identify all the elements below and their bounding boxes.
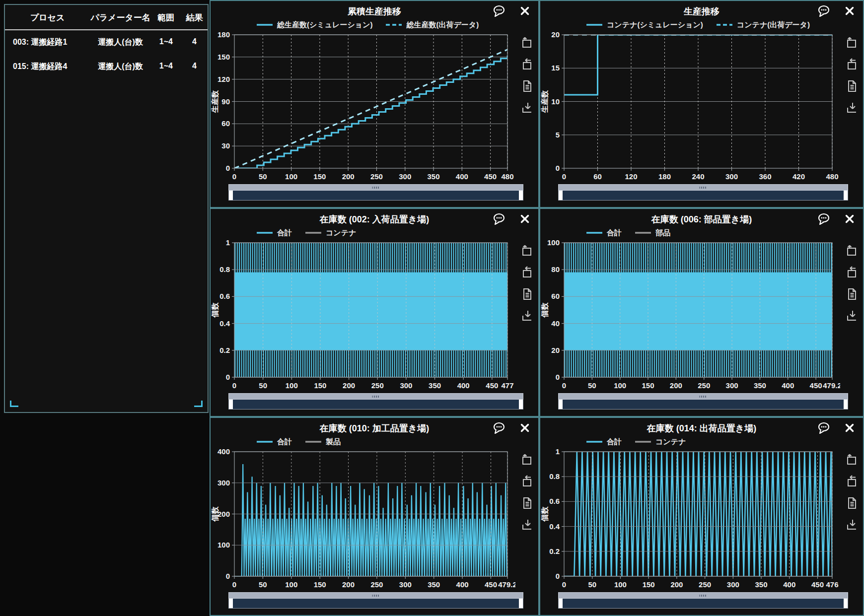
comment-bubble-icon[interactable] — [817, 4, 830, 17]
scrollbar-track[interactable] — [228, 599, 523, 609]
time-range-scrollbar[interactable] — [558, 592, 848, 611]
download-icon[interactable] — [845, 309, 859, 323]
popout-window-icon[interactable] — [520, 244, 534, 257]
time-range-scrollbar[interactable] — [558, 184, 848, 203]
legend-swatch — [716, 23, 733, 27]
range-handle-right[interactable] — [844, 599, 848, 608]
scrollbar-thumb[interactable] — [228, 592, 523, 599]
document-copy-icon[interactable] — [520, 79, 534, 93]
document-copy-icon[interactable] — [845, 287, 859, 301]
parameter-panel-area: プロセス パラメーター名 範囲 結果 003: 運搬経路1 運搬人(台)数 1~… — [0, 0, 210, 417]
svg-text:0.6: 0.6 — [549, 497, 560, 505]
close-icon[interactable] — [518, 212, 531, 225]
table-row[interactable]: 015: 運搬経路4 運搬人(台)数 1~4 4 — [5, 55, 208, 79]
scrollbar-track[interactable] — [558, 599, 848, 609]
time-range-scrollbar[interactable] — [558, 393, 848, 412]
plot-area[interactable]: 0204060801000501001502002503003504004504… — [540, 239, 840, 392]
svg-text:80: 80 — [551, 265, 560, 274]
svg-text:個数: 個数 — [211, 506, 219, 522]
close-icon[interactable] — [843, 421, 856, 434]
resize-corner-left[interactable] — [10, 401, 18, 407]
scrollbar-thumb[interactable] — [228, 184, 523, 191]
range-handle-left[interactable] — [559, 191, 563, 200]
comment-bubble-icon[interactable] — [817, 212, 830, 225]
svg-text:0.8: 0.8 — [549, 472, 560, 480]
scrollbar-grip-icon — [700, 187, 707, 189]
cell-range: 1~4 — [151, 62, 181, 72]
scrollbar-thumb[interactable] — [228, 393, 523, 400]
plot-area[interactable]: 0100200300400050100150200250300350400450… — [211, 448, 515, 591]
restore-window-icon[interactable] — [520, 475, 534, 488]
range-handle-right[interactable] — [519, 599, 523, 608]
svg-text:90: 90 — [221, 97, 230, 106]
close-icon[interactable] — [843, 212, 856, 225]
svg-text:30: 30 — [221, 141, 230, 150]
range-handle-left[interactable] — [559, 400, 563, 409]
scrollbar-thumb[interactable] — [558, 592, 848, 599]
chart-legend: コンテナ(シミュレーション)コンテナ(出荷データ) — [540, 19, 863, 31]
scrollbar-track[interactable] — [558, 400, 848, 410]
restore-window-icon[interactable] — [845, 475, 859, 488]
plot-area[interactable]: 05101520060120180240300360420480生産数 — [540, 31, 840, 183]
comment-bubble-icon[interactable] — [493, 212, 505, 225]
restore-window-icon[interactable] — [845, 266, 859, 279]
comment-bubble-icon[interactable] — [817, 421, 830, 434]
table-row[interactable]: 003: 運搬経路1 運搬人(台)数 1~4 4 — [5, 30, 208, 55]
legend-item: 総生産数(シミュレーション) — [256, 20, 372, 30]
range-handle-left[interactable] — [229, 599, 233, 608]
range-handle-right[interactable] — [844, 191, 848, 200]
chart-toolbar — [515, 448, 538, 591]
popout-window-icon[interactable] — [520, 453, 534, 466]
popout-window-icon[interactable] — [845, 244, 859, 257]
chart-legend: 合計コンテナ — [211, 227, 538, 239]
time-range-scrollbar[interactable] — [228, 592, 523, 611]
time-range-scrollbar[interactable] — [228, 184, 523, 203]
range-handle-right[interactable] — [844, 400, 848, 409]
comment-bubble-icon[interactable] — [493, 4, 505, 17]
restore-window-icon[interactable] — [520, 58, 534, 71]
resize-corner-right[interactable] — [194, 401, 203, 407]
range-handle-right[interactable] — [519, 400, 523, 409]
range-handle-right[interactable] — [519, 191, 523, 200]
cell-parameter: 運搬人(台)数 — [90, 62, 150, 72]
download-icon[interactable] — [520, 101, 534, 115]
scrollbar-thumb[interactable] — [558, 393, 848, 400]
restore-window-icon[interactable] — [520, 266, 534, 279]
svg-text:5: 5 — [556, 131, 560, 139]
time-range-scrollbar[interactable] — [228, 393, 523, 412]
close-icon[interactable] — [518, 4, 531, 17]
comment-bubble-icon[interactable] — [493, 421, 505, 434]
download-icon[interactable] — [520, 309, 534, 323]
document-copy-icon[interactable] — [520, 287, 534, 301]
popout-window-icon[interactable] — [845, 36, 859, 49]
chart-toolbar — [840, 239, 863, 392]
range-handle-left[interactable] — [229, 191, 233, 200]
restore-window-icon[interactable] — [845, 58, 859, 71]
document-copy-icon[interactable] — [845, 496, 859, 510]
plot-area[interactable]: 00.20.40.60.8105010015020025030035040045… — [211, 239, 515, 392]
scrollbar-thumb[interactable] — [558, 184, 848, 191]
scrollbar-track[interactable] — [558, 191, 848, 201]
close-icon[interactable] — [518, 421, 531, 434]
plot-area[interactable]: 00.20.40.60.8105010015020025030035040045… — [540, 448, 840, 591]
close-icon[interactable] — [843, 4, 856, 17]
document-copy-icon[interactable] — [520, 496, 534, 510]
download-icon[interactable] — [520, 518, 534, 532]
chart-toolbar — [840, 448, 863, 591]
scrollbar-track[interactable] — [228, 400, 523, 410]
popout-window-icon[interactable] — [520, 36, 534, 49]
svg-text:60: 60 — [593, 172, 602, 181]
range-handle-left[interactable] — [229, 400, 233, 409]
download-icon[interactable] — [845, 101, 859, 115]
download-icon[interactable] — [845, 518, 859, 532]
svg-text:生産数: 生産数 — [211, 90, 219, 113]
table-header-row: プロセス パラメーター名 範囲 結果 — [5, 5, 208, 30]
popout-window-icon[interactable] — [845, 453, 859, 466]
chart-legend: 合計製品 — [211, 436, 538, 448]
plot-area[interactable]: 0306090120150180050100150200250300350400… — [211, 31, 515, 183]
document-copy-icon[interactable] — [845, 79, 859, 93]
chart-legend: 合計コンテナ — [540, 436, 863, 448]
range-handle-left[interactable] — [559, 599, 563, 608]
svg-text:0: 0 — [226, 572, 230, 580]
scrollbar-track[interactable] — [228, 191, 523, 201]
